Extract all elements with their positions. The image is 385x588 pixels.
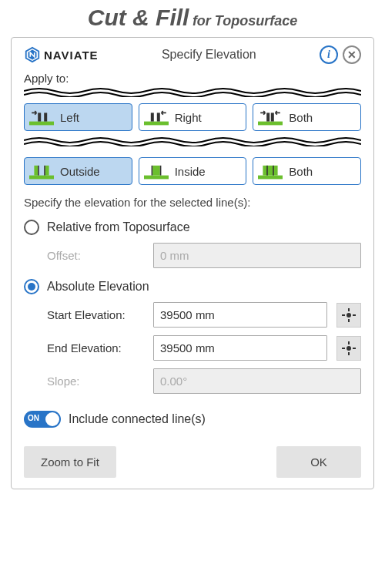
svg-rect-23: [273, 166, 275, 176]
dialog-header: NAVIATE Specify Elevation i ✕: [24, 45, 361, 64]
svg-rect-2: [29, 122, 54, 126]
direction-row: Left Right Both: [24, 103, 361, 131]
side-both-label: Both: [289, 165, 313, 178]
toggle-knob: [45, 412, 59, 426]
svg-rect-17: [152, 166, 160, 176]
wavy-divider-icon: [24, 85, 361, 97]
svg-rect-8: [258, 122, 283, 126]
relative-radio[interactable]: [24, 220, 39, 235]
crosshair-icon: [342, 341, 356, 355]
include-toggle-row: ON Include connected line(s): [24, 411, 361, 428]
svg-rect-3: [38, 113, 41, 121]
wavy-divider-icon: [24, 134, 361, 146]
toggle-on-text: ON: [28, 414, 39, 422]
apply-to-label: Apply to:: [24, 72, 361, 85]
offset-label: Offset:: [47, 249, 147, 262]
svg-rect-18: [151, 166, 152, 176]
include-label: Include connected line(s): [69, 412, 206, 426]
svg-rect-15: [44, 166, 45, 176]
end-elevation-label: End Elevation:: [47, 341, 147, 354]
side-outside-icon: [29, 163, 54, 180]
spec-label: Specify the elevation for the selected l…: [24, 196, 361, 209]
start-elevation-label: Start Elevation:: [47, 308, 147, 321]
pick-end-elevation-button[interactable]: [336, 336, 361, 361]
close-button[interactable]: ✕: [343, 45, 361, 64]
svg-rect-10: [271, 113, 274, 121]
svg-point-24: [346, 313, 351, 318]
absolute-radio-row: Absolute Elevation: [24, 279, 361, 294]
svg-rect-14: [38, 166, 39, 176]
button-bar: Zoom to Fit OK: [24, 446, 361, 478]
side-both-button[interactable]: Both: [253, 157, 361, 185]
svg-rect-12: [34, 166, 38, 176]
side-both-icon: [258, 163, 283, 180]
title-main: Cut & Fill: [88, 5, 189, 30]
svg-rect-7: [156, 113, 159, 121]
slope-label: Slope:: [47, 375, 147, 388]
svg-rect-20: [258, 176, 283, 180]
dialog-title: Specify Elevation: [105, 48, 313, 62]
svg-rect-22: [267, 166, 269, 176]
side-inside-label: Inside: [175, 165, 206, 178]
svg-rect-4: [44, 113, 47, 121]
slope-input: 0.00°: [153, 368, 361, 394]
title-sub: for Toposurface: [192, 13, 297, 29]
include-toggle[interactable]: ON: [24, 411, 61, 428]
svg-rect-21: [263, 166, 278, 176]
dialog: NAVIATE Specify Elevation i ✕ Apply to: …: [11, 37, 374, 489]
direction-left-icon: [29, 109, 54, 126]
absolute-radio[interactable]: [24, 279, 39, 294]
direction-left-button[interactable]: Left: [24, 103, 132, 131]
direction-right-icon: [144, 109, 169, 126]
svg-rect-6: [150, 113, 153, 121]
close-icon: ✕: [347, 49, 357, 60]
side-inside-button[interactable]: Inside: [139, 157, 247, 185]
relative-label: Relative from Toposurface: [47, 220, 190, 234]
direction-right-label: Right: [175, 111, 202, 124]
side-outside-label: Outside: [60, 165, 100, 178]
direction-right-button[interactable]: Right: [139, 103, 247, 131]
side-row: Outside Inside Both: [24, 157, 361, 185]
pick-start-elevation-button[interactable]: [336, 303, 361, 328]
svg-rect-5: [144, 122, 169, 126]
direction-left-label: Left: [60, 111, 79, 124]
svg-rect-13: [45, 166, 49, 176]
svg-rect-16: [144, 176, 169, 180]
absolute-label: Absolute Elevation: [47, 280, 149, 294]
start-elevation-input[interactable]: 39500 mm: [153, 302, 327, 328]
info-button[interactable]: i: [320, 45, 338, 64]
ok-button[interactable]: OK: [276, 446, 361, 478]
svg-rect-11: [29, 176, 54, 180]
brand: NAVIATE: [24, 46, 99, 63]
svg-rect-9: [267, 113, 270, 121]
offset-input: 0 mm: [153, 243, 361, 268]
brand-text: NAVIATE: [44, 49, 99, 62]
page-main-title: Cut & Fill for Toposurface: [0, 0, 385, 34]
zoom-to-fit-button[interactable]: Zoom to Fit: [24, 446, 116, 478]
crosshair-icon: [342, 308, 356, 322]
direction-both-button[interactable]: Both: [253, 103, 361, 131]
side-outside-button[interactable]: Outside: [24, 157, 132, 185]
side-inside-icon: [144, 163, 169, 180]
svg-rect-19: [159, 166, 161, 176]
direction-both-icon: [258, 109, 283, 126]
relative-radio-row: Relative from Toposurface: [24, 220, 361, 235]
svg-point-25: [346, 346, 351, 351]
end-elevation-input[interactable]: 39500 mm: [153, 335, 327, 361]
direction-both-label: Both: [289, 111, 313, 124]
naviate-logo-icon: [24, 46, 41, 63]
info-icon: i: [327, 49, 330, 61]
